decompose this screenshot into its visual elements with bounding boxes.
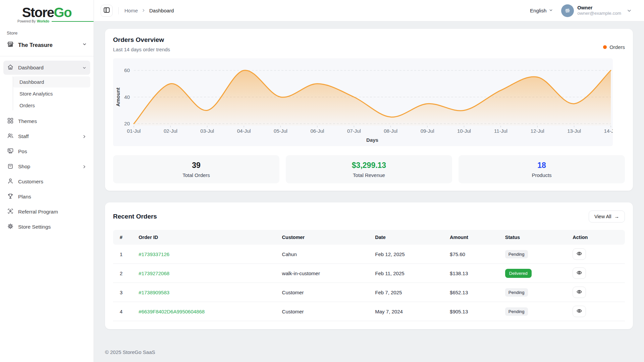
table-row: 1#1739337126CahunFeb 12, 2025$75.60Pendi… <box>113 245 625 264</box>
user-email: owner@example.com <box>577 11 621 16</box>
cell-number: 1 <box>113 245 139 264</box>
submenu-item-dashboard[interactable]: Dashboard <box>13 76 90 87</box>
legend-item-orders[interactable]: Orders <box>603 44 625 50</box>
cell-customer: walk-in-customer <box>282 264 375 283</box>
order-id-link[interactable]: #1739272068 <box>139 270 169 276</box>
sidebar-item-plans[interactable]: Plans <box>3 190 90 204</box>
sidebar-item-label: Store Settings <box>18 224 51 230</box>
stat-card-products: 18Products <box>459 155 625 183</box>
sidebar-item-customers[interactable]: Customers <box>3 175 90 189</box>
footer-copyright: © 2025 StoreGo SaaS <box>105 349 633 360</box>
order-id-link[interactable]: #1739337126 <box>139 251 169 257</box>
tagline-underline <box>52 21 94 22</box>
sidebar-item-referral-program[interactable]: Referral Program <box>3 205 90 219</box>
view-all-label: View All <box>594 214 611 219</box>
eye-icon <box>576 251 582 257</box>
recent-orders-title: Recent Orders <box>113 213 157 220</box>
legend-label: Orders <box>609 44 625 50</box>
svg-text:13-Jul: 13-Jul <box>567 128 581 134</box>
eye-icon <box>576 270 582 276</box>
panel-left-icon <box>103 7 110 14</box>
brand-store-text: Store <box>22 5 54 20</box>
cell-customer: Customer <box>282 283 375 302</box>
view-order-button[interactable] <box>573 248 586 260</box>
pos-terminal-icon <box>7 147 14 156</box>
orders-table: #Order IDCustomerDateAmountStatusAction … <box>113 230 625 321</box>
chevron-right-icon <box>82 165 87 169</box>
sidebar: StoreGo Powered By Workdo Store <box>0 0 94 362</box>
cell-date: Feb 7, 2025 <box>375 283 450 302</box>
table-row: 4#6639F8402D6A9950604868CustomerMay 7, 2… <box>113 302 625 321</box>
overview-title: Orders Overview <box>113 36 170 44</box>
status-badge: Pending <box>505 250 528 258</box>
brand-logo-text: StoreGo <box>0 5 94 19</box>
stat-label: Products <box>532 172 551 178</box>
order-id-link[interactable]: #6639F8402D6A9950604868 <box>139 309 205 314</box>
submenu-dashboard: DashboardStore AnalyticsOrders <box>13 76 90 114</box>
sidebar-item-label: Dashboard <box>18 65 44 71</box>
store-section-label: Store <box>7 31 87 36</box>
header-divider <box>118 7 119 14</box>
language-dropdown[interactable]: English <box>530 8 553 13</box>
arrow-right-icon: → <box>614 214 620 219</box>
cell-customer: Customer <box>282 302 375 321</box>
header-right: English <box>530 4 632 17</box>
trophy-icon <box>7 193 14 201</box>
svg-text:03-Jul: 03-Jul <box>200 128 214 134</box>
user-name: Owner <box>577 5 621 11</box>
stat-label: Total Revenue <box>353 172 385 178</box>
sidebar-item-pos[interactable]: Pos <box>3 144 90 159</box>
chevron-down-icon <box>82 66 87 70</box>
view-order-button[interactable] <box>573 287 586 298</box>
storefront-icon <box>7 41 14 49</box>
cell-date: Feb 12, 2025 <box>375 245 450 264</box>
app-root: StoreGo Powered By Workdo Store <box>0 0 644 362</box>
order-id-link[interactable]: #1738909583 <box>139 290 169 295</box>
view-order-button[interactable] <box>573 267 586 279</box>
submenu-item-orders[interactable]: Orders <box>13 100 90 111</box>
view-all-button[interactable]: View All → <box>589 210 625 223</box>
main-area: Home Dashboard English <box>94 0 644 362</box>
overview-subtitle: Last 14 days order trends <box>113 47 170 52</box>
powered-by-text: Powered By <box>17 19 36 23</box>
sidebar-item-label: Customers <box>18 179 43 185</box>
stat-card-total-revenue: $3,299.13Total Revenue <box>286 155 452 183</box>
store-switcher[interactable]: The Treasure <box>7 41 87 49</box>
table-row: 3#1738909583CustomerFeb 7, 2025$652.13Pe… <box>113 283 625 302</box>
submenu-item-store-analytics[interactable]: Store Analytics <box>13 88 90 99</box>
grid-icon <box>7 117 14 125</box>
user-menu[interactable]: Owner owner@example.com <box>561 4 632 17</box>
sidebar-item-staff[interactable]: Staff <box>3 129 90 143</box>
svg-text:60: 60 <box>124 67 130 73</box>
stat-value: 18 <box>537 161 546 170</box>
sidebar-item-label: Themes <box>18 118 37 124</box>
cell-number: 3 <box>113 283 139 302</box>
referral-icon <box>7 208 14 216</box>
status-badge: Pending <box>505 288 528 297</box>
top-header: Home Dashboard English <box>94 0 644 21</box>
chevron-down-icon <box>82 42 87 48</box>
brand-logo[interactable]: StoreGo Powered By Workdo <box>0 0 94 23</box>
column-header-customer: Customer <box>282 230 375 245</box>
table-row: 2#1739272068walk-in-customerFeb 11, 2025… <box>113 264 625 283</box>
user-meta: Owner owner@example.com <box>577 5 621 16</box>
column-header-date: Date <box>375 230 450 245</box>
recent-orders-card: Recent Orders View All → #Order IDCustom… <box>105 202 633 329</box>
sidebar-item-themes[interactable]: Themes <box>3 114 90 128</box>
chevron-right-icon <box>82 134 87 139</box>
stat-label: Total Orders <box>182 172 210 178</box>
svg-text:08-Jul: 08-Jul <box>384 128 397 134</box>
brand-go-text: Go <box>54 5 72 20</box>
sidebar-item-shop[interactable]: Shop <box>3 160 90 174</box>
sidebar-item-dashboard[interactable]: Dashboard <box>3 61 90 75</box>
breadcrumb-home-link[interactable]: Home <box>124 8 138 13</box>
view-order-button[interactable] <box>573 306 586 317</box>
orders-table-header-row: #Order IDCustomerDateAmountStatusAction <box>113 230 625 245</box>
users-icon <box>7 132 14 140</box>
eye-icon <box>576 289 582 295</box>
orders-area-chart[interactable]: 20406001-Jul02-Jul03-Jul04-Jul05-Jul06-J… <box>113 58 613 146</box>
sidebar-item-store-settings[interactable]: Store Settings <box>3 220 90 234</box>
cell-amount: $652.13 <box>450 283 505 302</box>
svg-text:01-Jul: 01-Jul <box>127 128 141 134</box>
sidebar-toggle-button[interactable] <box>101 5 113 17</box>
